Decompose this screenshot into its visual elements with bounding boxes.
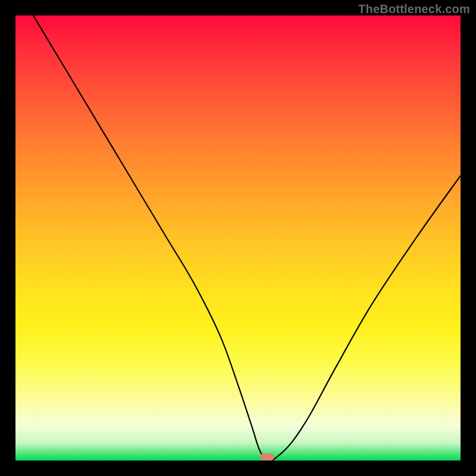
chart-frame: TheBottleneck.com — [0, 0, 476, 476]
watermark-text: TheBottleneck.com — [358, 2, 470, 16]
curve-path — [33, 15, 461, 461]
minimum-marker — [260, 453, 274, 461]
bottleneck-curve — [15, 15, 461, 461]
plot-area — [15, 15, 461, 461]
